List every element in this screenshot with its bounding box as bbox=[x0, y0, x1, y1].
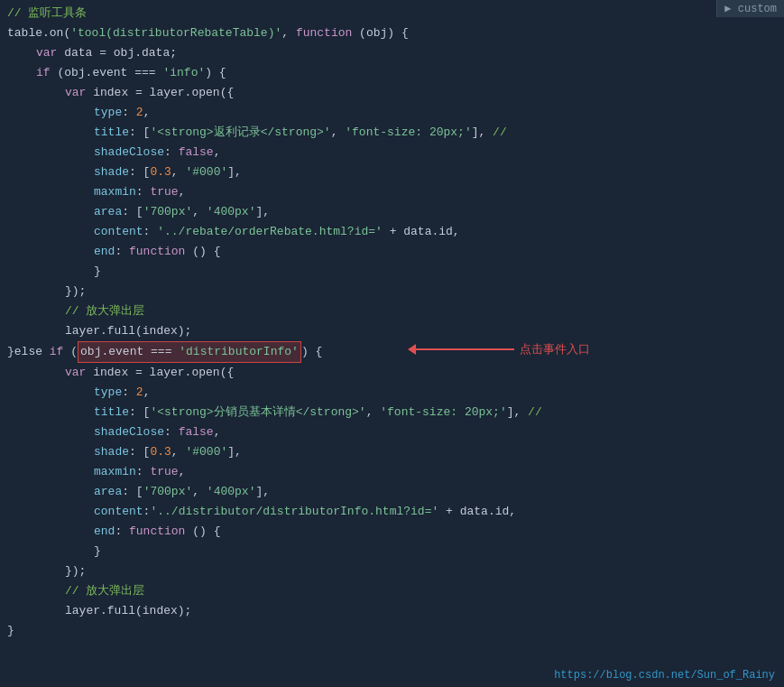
code-line-31: layer.full(index); bbox=[0, 601, 784, 621]
code-area: ▶ custom // 监听工具条 table.on('tool(distrib… bbox=[0, 0, 784, 687]
code-line-2: table.on('tool(distributorRebateTable)',… bbox=[0, 23, 784, 43]
code-line-16: // 放大弹出层 bbox=[0, 302, 784, 321]
code-line-32: } bbox=[0, 621, 784, 641]
code-line-5: var index = layer.open({ bbox=[0, 83, 784, 103]
code-line-3: var data = obj.data; bbox=[0, 43, 784, 63]
bottom-link: https://blog.csdn.net/Sun_of_Rainy bbox=[554, 669, 775, 682]
code-line-22: shadeClose: false, bbox=[0, 422, 784, 442]
arrow-container: 点击事件入口 bbox=[415, 341, 590, 357]
code-line-24: maxmin: true, bbox=[0, 462, 784, 482]
highlight-box: obj.event === 'distributorInfo' bbox=[78, 341, 301, 363]
code-line-9: shade: [0.3, '#000'], bbox=[0, 162, 784, 182]
code-line-6: type: 2, bbox=[0, 103, 784, 123]
top-right-label: ▶ custom bbox=[716, 0, 784, 17]
code-line-25: area: ['700px', '400px'], bbox=[0, 482, 784, 502]
code-line-13: end: function () { bbox=[0, 242, 784, 262]
code-line-30: // 放大弹出层 bbox=[0, 581, 784, 601]
code-line-4: if (obj.event === 'info') { bbox=[0, 63, 784, 83]
code-line-15: }); bbox=[0, 282, 784, 302]
code-line-1: // 监听工具条 bbox=[0, 4, 784, 23]
comment-1: // 监听工具条 bbox=[7, 4, 87, 23]
code-line-20: type: 2, bbox=[0, 383, 784, 403]
annotation-text: 点击事件入口 bbox=[520, 341, 590, 357]
code-line-27: end: function () { bbox=[0, 522, 784, 542]
code-line-14: } bbox=[0, 262, 784, 282]
code-line-11: area: ['700px', '400px'], bbox=[0, 202, 784, 222]
code-line-28: } bbox=[0, 542, 784, 562]
code-line-26: content:'../distributor/distributorInfo.… bbox=[0, 502, 784, 522]
code-line-8: shadeClose: false, bbox=[0, 143, 784, 162]
code-line-12: content: '../rebate/orderRebate.html?id=… bbox=[0, 222, 784, 242]
code-line-17: layer.full(index); bbox=[0, 321, 784, 341]
code-line-18: }else if (obj.event === 'distributorInfo… bbox=[0, 341, 784, 363]
code-line-29: }); bbox=[0, 562, 784, 581]
code-line-23: shade: [0.3, '#000'], bbox=[0, 442, 784, 462]
code-line-19: var index = layer.open({ bbox=[0, 363, 784, 383]
code-line-21: title: ['<strong>分销员基本详情</strong>', 'fon… bbox=[0, 403, 784, 422]
arrow-line bbox=[415, 348, 514, 350]
annotation-group: 点击事件入口 bbox=[415, 341, 590, 357]
code-line-7: title: ['<strong>返利记录</strong>', 'font-s… bbox=[0, 123, 784, 143]
arrowhead bbox=[408, 344, 416, 355]
code-line-10: maxmin: true, bbox=[0, 182, 784, 202]
